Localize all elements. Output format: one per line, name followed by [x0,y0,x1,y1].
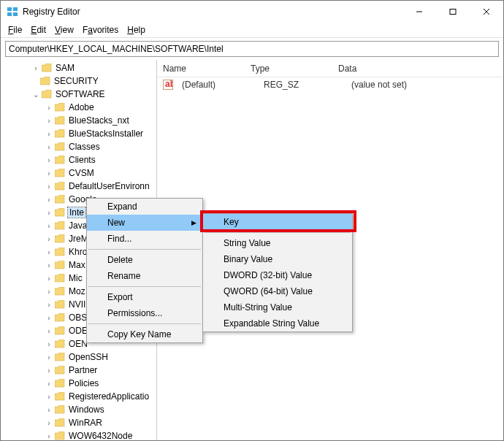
ctx-new-expandstring[interactable]: Expandable String Value [203,315,352,331]
titlebar: Registry Editor [1,1,503,23]
expand-icon[interactable]: › [45,169,53,177]
expand-icon[interactable]: › [45,393,53,401]
folder-icon [55,418,65,427]
expand-icon[interactable]: › [45,156,53,164]
folder-icon [55,366,65,375]
ctx-permissions[interactable]: Permissions... [87,305,202,321]
ctx-new-multistring[interactable]: Multi-String Value [203,299,352,315]
tree-node-classes[interactable]: ›Classes [1,140,156,153]
tree-node-label: CVSM [68,168,95,178]
ctx-delete[interactable]: Delete [87,252,202,268]
address-bar[interactable]: Computer\HKEY_LOCAL_MACHINE\SOFTWARE\Int… [5,41,499,57]
tree-node-label: BlueStacks_nxt [68,115,130,126]
expand-icon[interactable]: › [45,419,53,427]
tree-node-label: Policies [68,378,99,388]
tree-node-label: Max [68,260,86,270]
expand-icon[interactable]: › [45,380,53,388]
separator [205,232,351,233]
tree-node-adobe[interactable]: ›Adobe [1,101,156,114]
tree-node-bluestacksinstaller[interactable]: ›BlueStacksInstaller [1,127,156,140]
context-submenu-new: Key String Value Binary Value DWORD (32-… [202,213,353,332]
tree-node-bluestacks-nxt[interactable]: ›BlueStacks_nxt [1,114,156,127]
expand-icon[interactable]: › [31,64,40,72]
folder-icon [55,103,65,112]
folder-icon [55,234,65,243]
tree-node-label: RegisteredApplicatio [68,391,150,402]
minimize-button[interactable] [402,1,436,23]
context-menu: Expand New▶ Find... Delete Rename Export… [86,198,203,343]
expand-icon[interactable]: › [45,143,53,151]
column-name[interactable]: Name [157,61,245,77]
value-type: REG_SZ [258,77,345,93]
folder-icon [55,248,65,256]
tree-node-registeredapplications[interactable]: ›RegisteredApplicatio [1,390,156,403]
expand-icon[interactable]: › [45,314,53,322]
ctx-new-binary[interactable]: Binary Value [203,251,352,267]
expand-icon[interactable]: › [45,248,53,256]
ctx-find[interactable]: Find... [87,231,202,247]
tree-node-label: OpenSSH [68,352,109,362]
expand-icon[interactable]: › [45,104,53,112]
expand-icon[interactable]: › [45,340,53,348]
maximize-button[interactable] [436,1,470,23]
ctx-export[interactable]: Export [87,289,202,305]
expand-icon[interactable]: › [45,209,53,217]
folder-icon [55,405,65,414]
tree-node-security[interactable]: SECURITY [1,74,156,88]
collapse-icon[interactable]: ⌄ [31,91,40,99]
expand-icon[interactable]: › [45,117,53,125]
expand-icon[interactable]: › [45,367,53,375]
column-data[interactable]: Data [332,61,503,77]
ctx-new-qword[interactable]: QWORD (64-bit) Value [203,283,352,299]
tree-node-wow6432node[interactable]: ›WOW6432Node [1,429,156,440]
tree-node-policies[interactable]: ›Policies [1,377,156,390]
ctx-rename[interactable]: Rename [87,268,202,284]
tree-node-label: OEN [68,339,88,349]
expand-icon[interactable]: › [45,275,53,283]
expand-icon[interactable]: › [45,301,53,309]
folder-icon [55,142,65,151]
tree-node-label: Windows [68,404,105,415]
list-row[interactable]: ab (Default) REG_SZ (value not set) [157,77,503,92]
menu-file[interactable]: File [4,23,26,37]
separator [88,323,201,324]
ctx-new-string[interactable]: String Value [203,235,352,251]
expand-icon[interactable]: › [45,183,53,191]
tree-node-label: WOW6432Node [68,431,133,440]
folder-icon [40,77,50,85]
tree-node-defaultuserenvironment[interactable]: ›DefaultUserEnvironn [1,180,156,193]
expand-icon[interactable]: › [45,235,53,243]
expand-icon[interactable]: › [45,288,53,296]
expand-icon[interactable]: › [45,432,53,440]
expand-icon[interactable]: › [45,222,53,230]
tree-node-winrar[interactable]: ›WinRAR [1,416,156,429]
ctx-new[interactable]: New▶ [87,215,202,231]
expand-icon[interactable]: › [45,130,53,138]
tree-node-openssh[interactable]: ›OpenSSH [1,350,156,364]
folder-icon [42,90,52,99]
folder-icon [55,353,65,361]
expand-icon[interactable]: › [45,261,53,269]
menu-favorites[interactable]: Favorites [78,23,123,37]
svg-text:ab: ab [165,80,173,89]
ctx-copy-key-name[interactable]: Copy Key Name [87,326,202,342]
ctx-new-key[interactable]: Key [203,214,352,230]
tree-node-sam[interactable]: ›SAM [1,61,156,74]
expand-icon[interactable]: › [45,353,53,361]
tree-node-cvsm[interactable]: ›CVSM [1,166,156,180]
menu-help[interactable]: Help [123,23,150,37]
folder-icon [55,156,65,164]
column-type[interactable]: Type [245,61,332,77]
tree-node-clients[interactable]: ›Clients [1,153,156,166]
close-button[interactable] [470,1,503,23]
menu-view[interactable]: View [50,23,78,37]
expand-icon[interactable]: › [45,327,53,335]
tree-node-software[interactable]: ⌄SOFTWARE [1,88,156,101]
expand-icon[interactable]: › [45,406,53,414]
ctx-expand[interactable]: Expand [87,199,202,215]
expand-icon[interactable]: › [45,196,53,204]
tree-node-partner[interactable]: ›Partner [1,364,156,377]
ctx-new-dword[interactable]: DWORD (32-bit) Value [203,267,352,283]
tree-node-windows[interactable]: ›Windows [1,403,156,416]
menu-edit[interactable]: Edit [26,23,50,37]
